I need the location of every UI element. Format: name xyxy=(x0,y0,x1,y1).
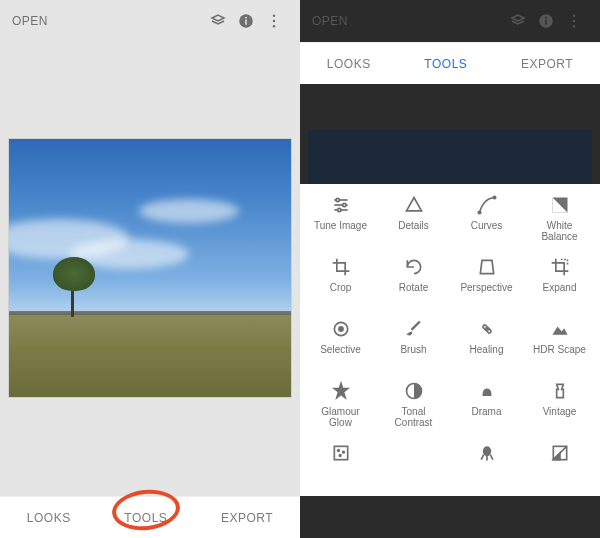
svg-point-4 xyxy=(273,20,275,22)
tool-curves[interactable]: Curves xyxy=(450,194,523,256)
tool-label: Selective xyxy=(320,344,361,355)
tool-glamour-glow[interactable]: Glamour Glow xyxy=(304,380,377,442)
grunge-icon xyxy=(476,442,498,464)
svg-point-22 xyxy=(338,327,342,331)
tool-label: Tune Image xyxy=(314,220,367,231)
grainy-film-icon xyxy=(330,442,352,464)
svg-point-9 xyxy=(573,15,575,17)
tool-label: Rotate xyxy=(399,282,428,293)
black-white-icon xyxy=(549,442,571,464)
left-topbar: OPEN xyxy=(0,0,300,42)
tool-label: Expand xyxy=(543,282,577,293)
tool-tonal-contrast[interactable]: Tonal Contrast xyxy=(377,380,450,442)
right-screenshot: OPEN Tune ImageDetailsCurvesWhite Balanc… xyxy=(300,0,600,538)
undo-stack-icon[interactable] xyxy=(504,7,532,35)
tab-tools[interactable]: TOOLS xyxy=(124,511,167,525)
tab-export[interactable]: EXPORT xyxy=(521,57,573,71)
left-bottom-nav: LOOKS TOOLS EXPORT xyxy=(0,496,300,538)
svg-point-28 xyxy=(339,455,341,457)
svg-point-10 xyxy=(573,20,575,22)
tab-looks[interactable]: LOOKS xyxy=(27,511,71,525)
hdr-scape-icon xyxy=(549,318,571,340)
tool-label: Brush xyxy=(400,344,426,355)
tune-image-icon xyxy=(330,194,352,216)
svg-rect-7 xyxy=(545,20,547,25)
open-button[interactable]: OPEN xyxy=(12,14,48,28)
tool-label: Details xyxy=(398,220,429,231)
svg-point-27 xyxy=(342,451,344,453)
tool-retrolux[interactable] xyxy=(377,442,450,496)
right-bottom-nav: LOOKS TOOLS EXPORT xyxy=(300,42,600,84)
info-icon[interactable] xyxy=(532,7,560,35)
tool-brush[interactable]: Brush xyxy=(377,318,450,380)
glamour-glow-icon xyxy=(330,380,352,402)
tab-looks[interactable]: LOOKS xyxy=(327,57,371,71)
tool-vintage[interactable]: Vintage xyxy=(523,380,596,442)
tool-label: Perspective xyxy=(460,282,512,293)
tool-label: Tonal Contrast xyxy=(395,406,433,428)
svg-point-5 xyxy=(273,25,275,27)
expand-icon xyxy=(549,256,571,278)
svg-point-26 xyxy=(337,450,339,452)
curves-icon xyxy=(476,194,498,216)
svg-point-11 xyxy=(573,25,575,27)
retrolux-icon xyxy=(403,442,425,464)
tools-sheet: Tune ImageDetailsCurvesWhite BalanceCrop… xyxy=(300,184,600,496)
info-icon[interactable] xyxy=(232,7,260,35)
tool-label: HDR Scape xyxy=(533,344,586,355)
svg-rect-1 xyxy=(245,20,247,25)
tool-label: Vintage xyxy=(543,406,577,417)
tool-tune-image[interactable]: Tune Image xyxy=(304,194,377,256)
svg-point-17 xyxy=(337,208,340,211)
perspective-icon xyxy=(476,256,498,278)
brush-icon xyxy=(403,318,425,340)
tool-healing[interactable]: Healing xyxy=(450,318,523,380)
tool-grainy-film[interactable] xyxy=(304,442,377,496)
undo-stack-icon[interactable] xyxy=(204,7,232,35)
tool-crop[interactable]: Crop xyxy=(304,256,377,318)
tool-label: White Balance xyxy=(541,220,577,242)
tab-export[interactable]: EXPORT xyxy=(221,511,273,525)
tool-grunge[interactable] xyxy=(450,442,523,496)
left-screenshot: OPEN LOOKS TOOLS EXPORT xyxy=(0,0,300,538)
tool-label: Curves xyxy=(471,220,503,231)
svg-point-29 xyxy=(482,446,490,456)
tool-perspective[interactable]: Perspective xyxy=(450,256,523,318)
drama-icon xyxy=(476,380,498,402)
tool-label: Healing xyxy=(470,344,504,355)
right-topbar: OPEN xyxy=(300,0,600,42)
white-balance-icon xyxy=(549,194,571,216)
crop-icon xyxy=(330,256,352,278)
svg-point-18 xyxy=(478,211,481,214)
svg-point-16 xyxy=(342,203,345,206)
svg-point-8 xyxy=(545,17,547,19)
tool-expand[interactable]: Expand xyxy=(523,256,596,318)
tool-label: Drama xyxy=(471,406,501,417)
open-button[interactable]: OPEN xyxy=(312,14,348,28)
tool-black-white[interactable] xyxy=(523,442,596,496)
vintage-icon xyxy=(549,380,571,402)
tool-label: Crop xyxy=(330,282,352,293)
svg-point-15 xyxy=(336,198,339,201)
selective-icon xyxy=(330,318,352,340)
tool-details[interactable]: Details xyxy=(377,194,450,256)
rotate-icon xyxy=(403,256,425,278)
tool-label: Glamour Glow xyxy=(321,406,359,428)
tool-selective[interactable]: Selective xyxy=(304,318,377,380)
tonal-contrast-icon xyxy=(403,380,425,402)
tool-drama[interactable]: Drama xyxy=(450,380,523,442)
svg-rect-25 xyxy=(334,446,347,459)
svg-point-2 xyxy=(245,17,247,19)
details-icon xyxy=(403,194,425,216)
tool-white-balance[interactable]: White Balance xyxy=(523,194,596,256)
edited-photo[interactable] xyxy=(8,138,292,398)
left-canvas xyxy=(0,42,300,496)
more-icon[interactable] xyxy=(260,7,288,35)
tab-tools[interactable]: TOOLS xyxy=(424,57,467,71)
tool-hdr-scape[interactable]: HDR Scape xyxy=(523,318,596,380)
more-icon[interactable] xyxy=(560,7,588,35)
tool-rotate[interactable]: Rotate xyxy=(377,256,450,318)
svg-point-19 xyxy=(493,196,496,199)
healing-icon xyxy=(476,318,498,340)
svg-point-3 xyxy=(273,15,275,17)
